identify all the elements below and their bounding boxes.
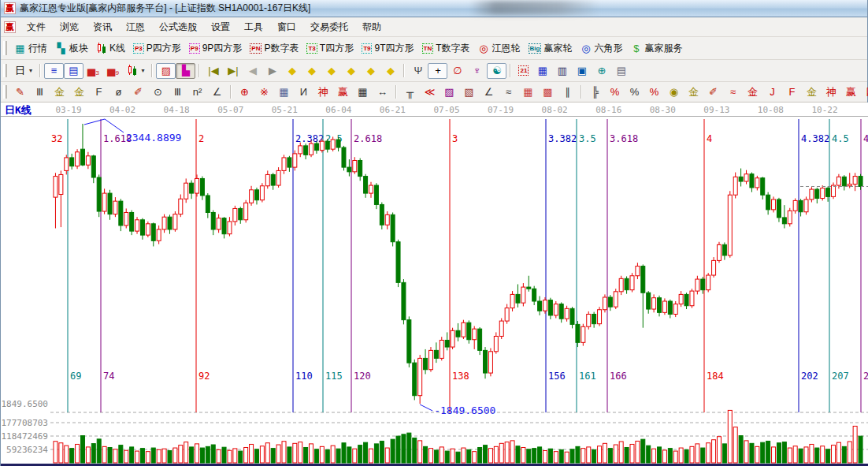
smart-tool-icon[interactable]: ☯ xyxy=(487,63,506,79)
wave-channel-tool-icon[interactable]: ≈ xyxy=(723,84,743,100)
angle-tool-icon[interactable]: ∠ xyxy=(207,84,227,100)
shen-angle-tool-icon[interactable]: 神 xyxy=(822,84,841,100)
menu-item-5[interactable]: 设置 xyxy=(204,18,237,36)
low-annotation: -1849.6500 xyxy=(434,404,495,416)
menu-item-7[interactable]: 窗口 xyxy=(270,18,303,36)
hexagon-button[interactable]: ◎六角形 xyxy=(576,40,626,57)
calculator-icon[interactable]: ▦ xyxy=(532,63,552,79)
menu-item-3[interactable]: 江恩 xyxy=(119,18,152,36)
next-page-icon[interactable]: ▶ xyxy=(262,63,282,79)
gann-wheel-button[interactable]: ◎江恩轮 xyxy=(474,40,525,57)
vertical-lines-tool-icon[interactable]: Ⅲ xyxy=(30,84,50,100)
erase-draw-icon[interactable]: ∅ xyxy=(447,63,467,79)
menu-item-8[interactable]: 交易委托 xyxy=(303,18,355,36)
gold-angle-tool-icon[interactable]: 金 xyxy=(802,84,822,100)
fan-box2-tool-icon[interactable]: ▧ xyxy=(459,84,479,100)
percent-bar-tool-icon[interactable]: % xyxy=(644,84,664,100)
gold-bar-tool-icon[interactable]: 金 xyxy=(743,84,762,100)
ruler-lines-tool-icon[interactable]: Ⅲ xyxy=(168,84,187,100)
grid-123-tool-icon[interactable]: ▦ xyxy=(353,84,373,100)
prev-page-icon[interactable]: ◀ xyxy=(243,63,262,79)
zoom-out-x-icon[interactable]: ◆ xyxy=(282,63,302,79)
pen-bars-tool-icon[interactable]: ✐ xyxy=(703,84,723,100)
red-grid-tool-icon[interactable]: ▦ xyxy=(518,84,538,100)
print-icon[interactable]: ▤ xyxy=(611,63,631,79)
parallel-tool-icon[interactable]: ∥ xyxy=(558,84,577,100)
sectors-button[interactable]: ▚板块 xyxy=(51,40,92,57)
calendar-icon[interactable]: 21 xyxy=(514,64,532,77)
menu-item-6[interactable]: 工具 xyxy=(237,18,270,36)
menu-item-4[interactable]: 公式选股 xyxy=(152,18,204,36)
ying-angle-tool-icon[interactable]: 赢 xyxy=(841,84,861,100)
t-square-button[interactable]: T3T四方形 xyxy=(302,40,358,57)
width-arrows-tool-icon[interactable]: ↔ xyxy=(373,84,392,100)
save-icon[interactable]: ▣ xyxy=(572,63,592,79)
percent-tool-icon[interactable]: % xyxy=(625,84,644,100)
kline-chart[interactable]: 03-1904-0204-1805-0705-2106-0406-2107-05… xyxy=(1,103,868,466)
hand-tool-icon[interactable]: Ψ xyxy=(408,63,428,79)
zigzag-tool-icon[interactable]: ≈ xyxy=(499,84,518,100)
p3-minichart-icon[interactable]: ▅₃ xyxy=(83,63,103,79)
wave-mark-tool-icon[interactable]: И xyxy=(294,84,313,100)
first-page-icon[interactable]: |◀ xyxy=(203,63,223,79)
gann-grid-icon[interactable]: ▨ xyxy=(156,63,176,79)
notepad-icon[interactable]: ▥ xyxy=(552,63,572,79)
p-number-table-button[interactable]: PNP数字表 xyxy=(246,40,302,57)
scale-ruler-tool-icon[interactable]: ╠ xyxy=(585,84,605,100)
shen-tool-icon[interactable]: 神 xyxy=(313,84,333,100)
crosshair-tool-icon[interactable]: + xyxy=(428,63,447,79)
web-update-icon[interactable]: ⊕ xyxy=(592,63,611,79)
menu-item-2[interactable]: 资讯 xyxy=(86,18,119,36)
angle-draw-tool-icon[interactable]: ∠ xyxy=(479,84,499,100)
percent-line-tool-icon[interactable]: % xyxy=(605,84,625,100)
spiral-tool-icon[interactable]: ø xyxy=(109,84,128,100)
time-cycle-tool-icon[interactable]: ⊙ xyxy=(148,84,168,100)
candle-style-dropdown[interactable]: ▾ xyxy=(123,63,148,78)
volume-profile-icon[interactable]: ▙ xyxy=(176,63,195,79)
fan-lines-tool-icon[interactable]: ≪ xyxy=(420,84,440,100)
gold-lines-tool-icon[interactable]: 金 xyxy=(684,84,703,100)
dynamic-quote-icon[interactable]: ≡ xyxy=(44,63,64,79)
winner-wheel-button[interactable]: Big赢家轮 xyxy=(525,40,577,57)
t-number-table-button[interactable]: TNT数字表 xyxy=(418,40,474,57)
t9-square-button[interactable]: T99T四方形 xyxy=(358,40,417,57)
winner-service-button[interactable]: $赢家服务 xyxy=(626,40,686,57)
golden-section2-tool-icon[interactable]: 金 xyxy=(69,84,89,100)
menu-item-0[interactable]: 文件 xyxy=(20,18,53,36)
grid-star-tool-icon[interactable]: ▦ xyxy=(274,84,294,100)
kline-button[interactable]: K线 xyxy=(92,40,129,57)
expand-x-icon[interactable]: ◆ xyxy=(321,63,341,79)
gann-cross-tool-icon[interactable]: ⊕ xyxy=(235,84,254,100)
expand-all-icon[interactable]: ◆ xyxy=(361,63,380,79)
chip-tool-icon[interactable]: ♆ xyxy=(467,63,487,79)
golden-section-tool-icon[interactable]: 金 xyxy=(50,84,69,100)
four-angle-tool-icon[interactable]: 四 xyxy=(861,84,868,100)
last-page-icon[interactable]: ▶| xyxy=(223,63,243,79)
p9-minichart-icon[interactable]: ▅₉ xyxy=(103,63,123,79)
compress-all-icon[interactable]: ◆ xyxy=(380,63,400,79)
hline-tool-icon[interactable]: ╥ xyxy=(400,84,420,100)
menu-item-1[interactable]: 浏览 xyxy=(53,18,86,36)
period-day-dropdown[interactable]: 日▾ xyxy=(10,63,36,79)
p9-square-button[interactable]: P99P四方形 xyxy=(185,40,246,57)
red-grid2-tool-icon[interactable]: ▩ xyxy=(538,84,558,100)
p-square-button[interactable]: P3P四方形 xyxy=(129,40,185,57)
brush-tool-icon[interactable]: ✎ xyxy=(10,84,30,100)
pencil-tool-icon[interactable]: ✐ xyxy=(128,84,148,100)
star-cycle-tool-icon[interactable]: ※ xyxy=(254,84,274,100)
gold-circle-tool-icon[interactable]: ◉ xyxy=(664,84,684,100)
zoom-in-x-icon[interactable]: ◆ xyxy=(302,63,321,79)
quotes-button[interactable]: ▦行情 xyxy=(10,40,51,57)
n-square-tool-icon[interactable]: n² xyxy=(187,84,207,100)
pane-label: 日K线 xyxy=(5,104,32,116)
f10-info-icon[interactable]: ▤ xyxy=(64,63,83,79)
first-page-icon-glyph: |◀ xyxy=(207,65,219,77)
ying-tool-icon[interactable]: 赢 xyxy=(333,84,353,100)
fan-box-tool-icon[interactable]: ▨ xyxy=(440,84,459,100)
f-angle-tool-icon[interactable]: F xyxy=(782,84,802,100)
fibonacci-tool-icon[interactable]: F xyxy=(89,84,109,100)
compress-x-icon[interactable]: ◆ xyxy=(341,63,361,79)
chart-area[interactable]: 03-1904-0204-1805-0705-2106-0406-2107-05… xyxy=(1,103,868,466)
j-angle-tool-icon[interactable]: J xyxy=(762,84,782,100)
menu-item-9[interactable]: 帮助 xyxy=(355,18,388,36)
